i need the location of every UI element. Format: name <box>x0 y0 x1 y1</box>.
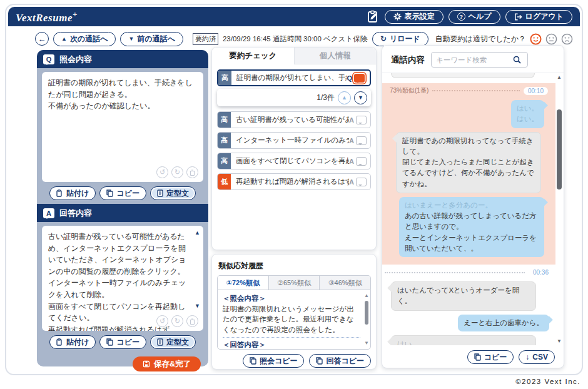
csv-download-button[interactable]: ↓CSV <box>519 350 555 364</box>
priority-badge: 高 <box>218 153 231 169</box>
logout-button[interactable]: ログアウト <box>505 10 572 24</box>
copyright-text: ©2023 Vext Inc. <box>515 378 580 385</box>
priority-badge: 高 <box>218 133 231 148</box>
app-window: VextResume+ 表示設定 ? ヘルプ ログアウト ← ▲次の通話へ ▼前… <box>5 4 583 375</box>
save-complete-button[interactable]: 保存&完了 <box>133 356 201 371</box>
trash-icon[interactable] <box>186 166 198 178</box>
back-button[interactable]: ← <box>35 32 49 46</box>
summary-item-text: 証明書の期限が切れてしまい、手続… <box>231 73 347 83</box>
speech-bubble-icon[interactable] <box>356 136 367 145</box>
search-icon[interactable] <box>513 56 521 64</box>
memo-icon[interactable] <box>366 10 380 24</box>
redo-icon[interactable]: ↻ <box>171 166 183 178</box>
qa-label: A <box>349 158 354 165</box>
template-label: 定型文 <box>166 188 189 199</box>
inquiry-textarea[interactable]: 証明書の期限が切れてしまい、手続きをしたが同じ問題が起きる。 不備があったのか確… <box>42 72 203 182</box>
speech-bubble-icon[interactable] <box>356 178 367 186</box>
similar-inquiry-text: 証明書の期限切れというメッセージが出たので更新作業をした。最近利用できなくなった… <box>223 304 360 338</box>
chat-line: はい。 <box>517 114 539 124</box>
redo-icon[interactable]: ↻ <box>171 315 183 327</box>
similar-scrollbar[interactable]: ▲ ▼ <box>364 292 369 347</box>
summary-item[interactable]: 高 インターネット一時ファイルのみチ… A <box>217 132 371 149</box>
save-icon <box>143 360 150 368</box>
feedback-area: 自動要約は適切でしたか？ <box>435 33 573 45</box>
chat-scrollbar[interactable]: ▲ ▼ <box>555 73 563 345</box>
undo-icon[interactable]: ↺ <box>156 166 168 178</box>
answer-scroll-up-icon[interactable]: ▲ <box>195 229 200 238</box>
scroll-up-icon[interactable]: ▲ <box>364 292 369 300</box>
answer-copy-button[interactable]: 回答コピー <box>309 354 371 368</box>
summary-item[interactable]: 高 古い証明書が残っている可能性があ… A <box>217 111 371 128</box>
answer-copy-button[interactable]: コピー <box>99 335 146 349</box>
summary-item[interactable]: 高 証明書の期限が切れてしまい、手続… Q <box>217 69 371 86</box>
chat-bubble-customer[interactable]: 証明書であの期限切れってなって手続きして。 閉じてまた入ったらまた同じことが起き… <box>396 132 541 193</box>
inquiry-template-button[interactable]: 定型文 <box>150 186 196 200</box>
inquiry-paste-button[interactable]: 貼付け <box>49 186 96 200</box>
next-call-button[interactable]: ▲次の通話へ <box>53 32 116 46</box>
help-button[interactable]: ? ヘルプ <box>449 10 500 24</box>
prev-call-button[interactable]: ▼前の通話へ <box>120 32 183 46</box>
similar-tab-2[interactable]: ②65%類似 <box>268 276 320 290</box>
scroll-up-icon[interactable]: ▲ <box>557 74 562 80</box>
help-icon: ? <box>457 13 465 21</box>
happy-face-icon[interactable] <box>530 33 542 45</box>
copy-label: コピー <box>116 337 139 348</box>
qa-label: A <box>349 116 354 124</box>
answer-template-button[interactable]: 定型文 <box>150 335 196 349</box>
search-input[interactable] <box>436 56 510 64</box>
qa-label: A <box>349 137 354 144</box>
neutral-face-icon[interactable] <box>545 33 557 45</box>
scroll-thumb[interactable] <box>557 109 562 189</box>
undo-icon[interactable]: ↺ <box>156 315 168 327</box>
inquiry-copy-button[interactable]: コピー <box>99 186 146 200</box>
chat-bubble-customer[interactable]: はい。 それも何かそっち削除しとんですけどね。 うん。 <box>391 335 536 345</box>
next-call-label: 次の通話へ <box>70 34 108 44</box>
pager-up-button[interactable]: ▲ <box>338 91 351 104</box>
speech-bubble-icon[interactable] <box>356 116 367 124</box>
speech-bubble-icon[interactable] <box>356 157 367 166</box>
answer-paste-button[interactable]: 貼付け <box>49 335 96 349</box>
similar-history-content[interactable]: ＜照会内容＞ 証明書の期限切れというメッセージが出たので更新作業をした。最近利用… <box>217 290 371 350</box>
inquiry-copy-button[interactable]: 照会コピー <box>243 354 305 368</box>
tab-summary-check[interactable]: 要約チェック <box>212 48 294 64</box>
keyword-search-box[interactable] <box>431 52 528 68</box>
chat-line: はいまえーと多分あのー。 <box>405 200 539 211</box>
scroll-thumb[interactable] <box>365 301 368 325</box>
copy-icon <box>106 338 113 346</box>
down-triangle-icon: ▼ <box>128 36 134 42</box>
scroll-down-icon[interactable]: ▼ <box>364 340 369 347</box>
answer-scroll-down-icon[interactable]: ▼ <box>195 302 200 311</box>
chat-copy-button[interactable]: コピー <box>467 350 514 364</box>
timestamp-badge: 00:36 <box>529 268 553 276</box>
chat-bubble-agent[interactable]: はいまえーと多分あのー。 あの古い詳報が残ってしまっているだ方と思いますので。 … <box>399 197 544 257</box>
qa-edit-column: Q 照会内容 証明書の期限が切れてしまい、手続きをしたが同じ問題が起きる。 不備… <box>37 50 208 366</box>
chat-bubble-customer[interactable]: はいたんでってXというオーダーを開く。 <box>391 281 536 311</box>
chat-copy-label: コピー <box>484 352 507 363</box>
summary-item-text: インターネット一時ファイルのみチ… <box>231 136 349 145</box>
pager-down-button[interactable]: ▼ <box>354 91 367 104</box>
answer-textarea[interactable]: 古い証明書が残っている可能性があるため、インターネットエクスプローラを開いていた… <box>42 226 203 331</box>
chat-line: 閉じてまた入ったらまた同じことが起きてるんですけど、何か不備があったんですかね。 <box>402 157 535 189</box>
up-triangle-icon: ▲ <box>61 36 67 42</box>
inquiry-buttons: 貼付け コピー 定型文 <box>37 184 208 204</box>
scroll-down-icon[interactable]: ▼ <box>557 338 562 344</box>
trash-icon[interactable] <box>186 315 198 327</box>
paste-label: 貼付け <box>66 188 89 199</box>
summary-item-text: 古い証明書が残っている可能性があ… <box>231 115 349 124</box>
chat-bubble-agent[interactable]: えーと右上の歯車から。 <box>458 315 549 331</box>
speech-bubble-icon[interactable] <box>354 74 365 83</box>
similar-tab-1[interactable]: ①72%類似 <box>218 276 268 290</box>
similar-tab-3[interactable]: ③46%類似 <box>319 276 370 290</box>
chat-bubble-agent[interactable]: はい。 はい。 <box>511 100 544 128</box>
tab-personal-info[interactable]: 個人情報 <box>294 48 377 64</box>
summary-item[interactable]: 高 画面をすべて閉じてパソコンを再起… A <box>217 153 371 169</box>
inquiry-copy-label: 照会コピー <box>260 356 298 366</box>
chat-line: はいたんでってXというオーダーを開く。 <box>397 285 530 307</box>
summary-item[interactable]: 低 再起動すれば問題が解消されるはず… A <box>217 173 371 190</box>
display-settings-button[interactable]: 表示設定 <box>385 10 444 24</box>
reload-button[interactable]: ↻リロード <box>372 32 428 46</box>
document-icon <box>157 338 163 346</box>
chat-transcript[interactable]: 73%類似(1番) 00:10 はい。 はい。 証明書であの期限切れってなって手… <box>382 73 564 345</box>
sad-face-icon[interactable] <box>561 33 573 45</box>
app-logo: VextResume+ <box>16 9 78 24</box>
